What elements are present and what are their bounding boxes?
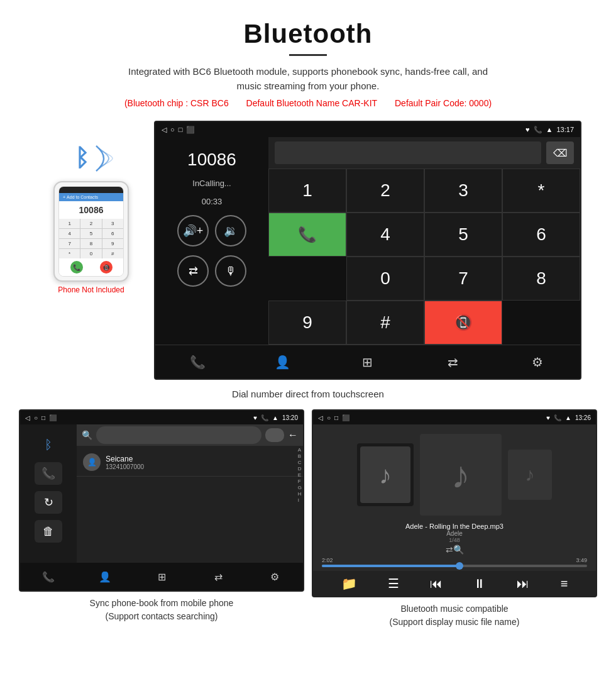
pb-alpha-list: A B C D E F G H I bbox=[298, 447, 302, 503]
volume-up-button[interactable]: 🔊+ bbox=[177, 215, 209, 246]
transfer-button[interactable]: ⇄ bbox=[177, 255, 209, 287]
music-track-name: Adele - Rolling In the Deep.mp3 bbox=[405, 523, 503, 530]
phone-mockup: Add to Contacts 10086 1 2 3 4 5 6 7 8 9 … bbox=[53, 181, 129, 282]
music-recents-icon[interactable]: □ bbox=[334, 414, 338, 421]
dialpad-backspace-button[interactable]: ⌫ bbox=[546, 141, 574, 164]
dial-key-6[interactable]: 6 bbox=[502, 213, 580, 257]
album-placeholder-left: ♪ bbox=[360, 446, 410, 503]
pb-screen-icon[interactable]: ⬛ bbox=[49, 414, 57, 421]
numpad-5[interactable]: 5 bbox=[80, 229, 101, 238]
pb-back-button[interactable]: ← bbox=[288, 429, 298, 441]
dial-key-8[interactable]: 8 bbox=[502, 257, 580, 301]
mute-button[interactable]: 🎙 bbox=[215, 255, 246, 287]
music-home-icon[interactable]: ○ bbox=[327, 414, 331, 421]
home-nav-icon[interactable]: ○ bbox=[170, 126, 175, 133]
dial-key-hash[interactable]: # bbox=[346, 301, 424, 345]
dial-key-7[interactable]: 7 bbox=[424, 257, 502, 301]
progress-thumb[interactable] bbox=[456, 562, 463, 570]
pb-sync-btn[interactable]: ↻ bbox=[35, 491, 62, 514]
dial-key-9[interactable]: 9 bbox=[268, 301, 346, 345]
volume-down-button[interactable]: 🔉 bbox=[215, 215, 246, 246]
end-call-button[interactable]: 📵 bbox=[424, 301, 502, 345]
phone-contact-bar: Add to Contacts bbox=[59, 193, 123, 201]
dial-key-1[interactable]: 1 bbox=[268, 169, 346, 213]
pb-main: 🔍 ← 👤 Seicane 13241007000 bbox=[77, 424, 303, 563]
pb-status-icons: ♥ 📞 ▲ 13:20 bbox=[253, 414, 298, 421]
dial-key-2[interactable]: 2 bbox=[346, 169, 424, 213]
music-screen-icon[interactable]: ⬛ bbox=[342, 414, 349, 421]
pb-delete-btn[interactable]: 🗑 bbox=[35, 520, 62, 543]
pb-call-sidebar-btn[interactable]: 📞 bbox=[35, 462, 62, 485]
call-button[interactable]: 📞 bbox=[268, 213, 346, 257]
music-screen: ◁ ○ □ ⬛ ♥ 📞 ▲ 13:26 bbox=[312, 409, 597, 597]
progress-bar-area: 2:02 3:49 bbox=[313, 556, 596, 568]
eq-icon[interactable]: ≡ bbox=[561, 577, 568, 591]
numpad-9[interactable]: 9 bbox=[102, 239, 123, 248]
music-artist: Adele bbox=[405, 530, 503, 537]
music-note-icon-right: ♪ bbox=[525, 464, 535, 485]
nav-settings-icon[interactable]: ⚙ bbox=[522, 350, 553, 375]
numpad-star[interactable]: * bbox=[59, 249, 80, 258]
phone-call-button[interactable]: 📞 bbox=[70, 261, 83, 274]
nav-contacts-icon[interactable]: 👤 bbox=[267, 350, 299, 375]
music-back-icon[interactable]: ◁ bbox=[318, 414, 323, 421]
numpad-7[interactable]: 7 bbox=[59, 239, 80, 248]
play-pause-button[interactable]: ⏸ bbox=[473, 577, 486, 591]
time-total: 3:49 bbox=[576, 557, 587, 563]
numpad-0[interactable]: 0 bbox=[80, 249, 101, 258]
pb-search-field[interactable] bbox=[96, 426, 261, 444]
shuffle-icon[interactable]: ⇄ bbox=[446, 545, 453, 555]
pb-nav-settings[interactable]: ⚙ bbox=[262, 566, 287, 587]
subtitle: Integrated with BC6 Bluetooth module, su… bbox=[119, 65, 497, 93]
dialpad-grid: 1 2 3 * 📞 4 5 6 0 7 8 9 # 📵 bbox=[268, 169, 580, 345]
numpad-1[interactable]: 1 bbox=[59, 219, 80, 228]
numpad-hash[interactable]: # bbox=[102, 249, 123, 258]
phone-illustration: ᛒ Add to Contacts 10086 1 2 3 4 5 6 bbox=[35, 121, 148, 294]
nav-transfer-icon[interactable]: ⇄ bbox=[437, 350, 468, 375]
numpad-4[interactable]: 4 bbox=[59, 229, 80, 238]
numpad-3[interactable]: 3 bbox=[102, 219, 123, 228]
progress-bar-track[interactable] bbox=[322, 565, 587, 567]
music-album-area: ♪ ♪ ♪ bbox=[313, 431, 596, 519]
car-head-unit-screen: ◁ ○ □ ⬛ ♥ 📞 ▲ 13:17 10086 InCalling... 0… bbox=[154, 121, 581, 380]
numpad-2[interactable]: 2 bbox=[80, 219, 101, 228]
numpad-6[interactable]: 6 bbox=[102, 229, 123, 238]
pb-contact-phone: 13241007000 bbox=[106, 463, 144, 470]
screenshot-nav-icon[interactable]: ⬛ bbox=[186, 126, 195, 134]
spec-name: Default Bluetooth Name CAR-KIT bbox=[246, 98, 378, 108]
playlist-icon[interactable]: ☰ bbox=[388, 576, 399, 591]
dial-key-5[interactable]: 5 bbox=[424, 213, 502, 257]
time-current: 2:02 bbox=[322, 557, 333, 563]
phonebook-block: ◁ ○ □ ⬛ ♥ 📞 ▲ 13:20 ᛒ 📞 ↻ 🗑 bbox=[19, 409, 304, 629]
dial-key-3[interactable]: 3 bbox=[424, 169, 502, 213]
music-block: ◁ ○ □ ⬛ ♥ 📞 ▲ 13:26 bbox=[312, 409, 597, 629]
pb-home-icon[interactable]: ○ bbox=[34, 414, 38, 421]
nav-grid-icon[interactable]: ⊞ bbox=[352, 350, 383, 375]
status-icons: ♥ 📞 ▲ 13:17 bbox=[525, 126, 574, 134]
pb-contact-name: Seicane bbox=[106, 455, 144, 463]
dial-key-0[interactable]: 0 bbox=[346, 257, 424, 301]
pb-back-icon[interactable]: ◁ bbox=[25, 414, 30, 421]
dial-key-4[interactable]: 4 bbox=[346, 213, 424, 257]
pb-contact-item[interactable]: 👤 Seicane 13241007000 bbox=[77, 448, 303, 477]
recents-nav-icon[interactable]: □ bbox=[179, 126, 183, 133]
pb-nav-calls[interactable]: 📞 bbox=[36, 566, 61, 587]
folder-icon[interactable]: 📁 bbox=[341, 576, 357, 591]
progress-times: 2:02 3:49 bbox=[322, 557, 587, 563]
pb-nav-transfer[interactable]: ⇄ bbox=[206, 566, 231, 587]
pb-nav-grid[interactable]: ⊞ bbox=[149, 566, 174, 587]
call-status: InCalling... bbox=[162, 179, 262, 188]
next-track-button[interactable]: ⏭ bbox=[517, 577, 529, 591]
pb-nav-contacts[interactable]: 👤 bbox=[92, 566, 118, 587]
page-header: Bluetooth Integrated with BC6 Bluetooth … bbox=[0, 0, 616, 121]
numpad-8[interactable]: 8 bbox=[80, 239, 101, 248]
phone-number-display: 10086 bbox=[59, 201, 123, 219]
back-nav-icon[interactable]: ◁ bbox=[162, 126, 167, 134]
phone-end-button[interactable]: 📵 bbox=[100, 261, 113, 274]
music-search-icon[interactable]: 🔍 bbox=[453, 545, 464, 555]
nav-calls-icon[interactable]: 📞 bbox=[182, 350, 214, 375]
prev-track-button[interactable]: ⏮ bbox=[430, 577, 443, 591]
pb-recents-icon[interactable]: □ bbox=[41, 414, 45, 421]
dial-key-star[interactable]: * bbox=[502, 169, 580, 213]
dialpad-input-field[interactable] bbox=[275, 141, 541, 164]
